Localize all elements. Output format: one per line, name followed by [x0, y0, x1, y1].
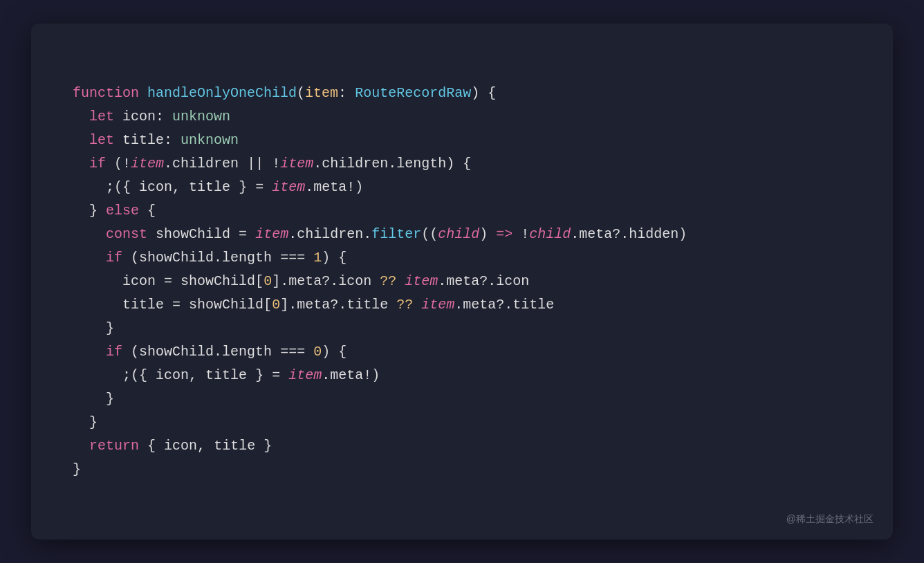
code-block: function handleOnlyOneChild(item: RouteR…	[73, 58, 851, 505]
code-container: function handleOnlyOneChild(item: RouteR…	[31, 24, 893, 539]
watermark: @稀土掘金技术社区	[786, 513, 874, 526]
